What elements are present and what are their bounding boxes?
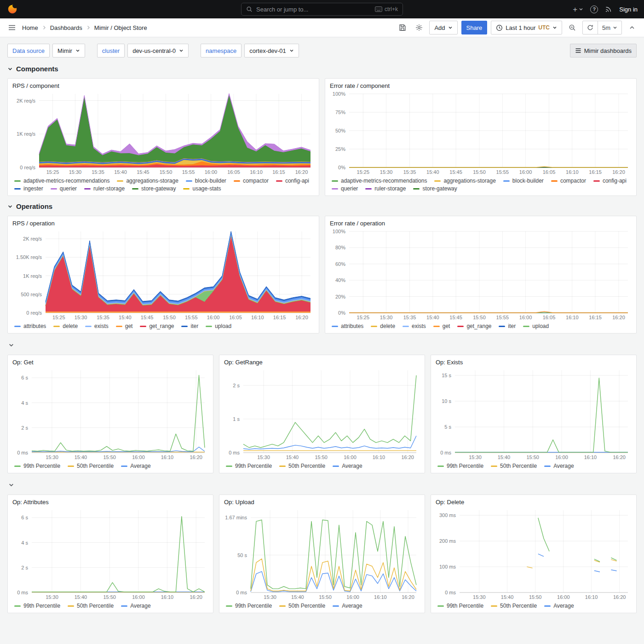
legend-item[interactable]: ruler-storage: [365, 185, 406, 192]
sign-in-link[interactable]: Sign in: [619, 6, 638, 13]
datasource-value-chip[interactable]: Mimir: [52, 44, 85, 58]
legend-item[interactable]: 99th Percentile: [14, 463, 60, 469]
op-attributes-chart[interactable]: 0 ms2 s4 s6 s15:3015:4015:5016:0016:1016…: [12, 506, 208, 601]
legend-item[interactable]: delete: [371, 323, 395, 329]
row-toggle-chevron[interactable]: [7, 480, 637, 490]
panel-title[interactable]: Error rate / component: [330, 82, 632, 89]
legend-item[interactable]: exists: [85, 323, 109, 329]
legend-item[interactable]: querier: [332, 185, 358, 192]
legend-item[interactable]: store-gateway: [413, 185, 457, 192]
legend-item[interactable]: Average: [544, 603, 574, 609]
panel-title[interactable]: Error rate / operation: [330, 220, 632, 227]
legend-item[interactable]: config-api: [593, 178, 627, 184]
op-get-chart[interactable]: 0 ms2 s4 s6 s15:3015:4015:5016:0016:1016…: [12, 367, 208, 461]
namespace-value-chip[interactable]: cortex-dev-01: [244, 44, 299, 58]
breadcrumb-item-current[interactable]: Mimir / Object Store: [94, 24, 147, 31]
grafana-logo[interactable]: [6, 3, 18, 15]
legend-item[interactable]: compactor: [551, 178, 586, 184]
legend-item[interactable]: querier: [51, 185, 77, 192]
namespace-label-chip[interactable]: namespace: [201, 44, 242, 58]
panel-title[interactable]: Op: GetRange: [224, 359, 420, 366]
legend-item[interactable]: exists: [402, 323, 426, 329]
legend-item[interactable]: 99th Percentile: [437, 603, 483, 609]
breadcrumb-item-dashboards[interactable]: Dashboards: [50, 24, 82, 31]
legend-item[interactable]: get_range: [140, 323, 174, 329]
legend-item[interactable]: get: [433, 323, 450, 329]
save-dashboard-button[interactable]: [396, 21, 409, 34]
cluster-value-chip[interactable]: dev-us-central-0: [127, 44, 189, 58]
legend-item[interactable]: 99th Percentile: [14, 603, 60, 609]
zoom-out-button[interactable]: [566, 21, 579, 34]
legend-item[interactable]: 50th Percentile: [279, 603, 325, 609]
legend-item[interactable]: upload: [523, 323, 549, 329]
panel-title[interactable]: RPS / component: [12, 82, 314, 89]
legend-item[interactable]: Average: [544, 463, 574, 469]
legend-item[interactable]: compactor: [234, 178, 269, 184]
op-getrange-chart[interactable]: 0 ms1 s2 s15:3015:4015:5016:0016:1016:20: [224, 367, 420, 461]
panel-title[interactable]: Op: Upload: [224, 499, 420, 506]
legend-item[interactable]: aggregations-storage: [434, 178, 495, 184]
legend-item[interactable]: store-gateway: [132, 185, 176, 192]
breadcrumb-item-home[interactable]: Home: [22, 24, 38, 31]
legend-item[interactable]: attributes: [14, 323, 46, 329]
legend-item[interactable]: 50th Percentile: [68, 603, 114, 609]
legend-item[interactable]: ruler-storage: [84, 185, 125, 192]
legend-item[interactable]: block-builder: [186, 178, 226, 184]
settings-button[interactable]: [413, 21, 426, 34]
legend-item[interactable]: 50th Percentile: [491, 603, 537, 609]
legend-item[interactable]: upload: [206, 323, 231, 329]
legend-item[interactable]: Average: [333, 463, 362, 469]
datasource-label-chip[interactable]: Data source: [7, 44, 50, 58]
panel-title[interactable]: Op: Exists: [436, 359, 632, 366]
legend-item[interactable]: ingester: [14, 185, 43, 192]
op-upload-chart[interactable]: 0 ms50 s1.67 mins15:3015:4015:5016:0016:…: [224, 506, 420, 601]
op-delete-chart[interactable]: 0 ms100 ms200 ms300 ms15:3015:4015:5016:…: [436, 506, 632, 601]
add-panel-button[interactable]: Add: [429, 21, 457, 34]
legend-item[interactable]: adaptive-metrics-recommendations: [332, 178, 427, 184]
time-range-picker[interactable]: Last 1 hour UTC: [491, 21, 562, 34]
legend-item[interactable]: Average: [121, 463, 150, 469]
legend-item[interactable]: aggregations-storage: [117, 178, 178, 184]
search-bar[interactable]: Search or jump to... ctrl+k: [241, 3, 403, 16]
section-header-components[interactable]: Components: [7, 65, 637, 73]
legend-item[interactable]: 50th Percentile: [491, 463, 537, 469]
row-toggle-chevron[interactable]: [7, 340, 637, 350]
panel-title[interactable]: Op: Delete: [436, 499, 632, 506]
legend-item[interactable]: usage-stats: [183, 185, 221, 192]
collapse-toolbar-button[interactable]: [626, 21, 638, 34]
rps-component-chart[interactable]: 0 req/s1K req/s2K req/s15:2515:3015:3515…: [12, 90, 314, 176]
error-rate-component-chart[interactable]: 0%25%50%75%100%15:2515:3015:3515:4015:45…: [330, 90, 632, 176]
legend-item[interactable]: iter: [181, 323, 198, 329]
legend-item[interactable]: 99th Percentile: [226, 463, 272, 469]
legend-item[interactable]: attributes: [332, 323, 363, 329]
refresh-button[interactable]: [583, 21, 598, 34]
legend-item[interactable]: iter: [499, 323, 516, 329]
menu-toggle-button[interactable]: [6, 21, 18, 34]
legend-item[interactable]: Average: [121, 603, 150, 609]
legend-item[interactable]: 50th Percentile: [68, 463, 114, 469]
panel-title[interactable]: RPS / operation: [12, 220, 314, 227]
legend-item[interactable]: block-builder: [503, 178, 544, 184]
op-exists-chart[interactable]: 0 ms5 s10 s15 s15:3015:4015:5016:0016:10…: [436, 367, 632, 461]
panel-title[interactable]: Op: Get: [12, 359, 208, 366]
section-header-operations[interactable]: Operations: [7, 202, 637, 210]
legend-item[interactable]: adaptive-metrics-recommendations: [14, 178, 109, 184]
mimir-dashboards-button[interactable]: Mimir dashboards: [570, 44, 637, 58]
legend-item[interactable]: get: [116, 323, 133, 329]
cluster-label-chip[interactable]: cluster: [97, 44, 125, 58]
rps-operation-chart[interactable]: 0 req/s500 req/s1K req/s1.50K req/s2K re…: [12, 228, 314, 321]
legend-item[interactable]: 99th Percentile: [437, 463, 483, 469]
legend-item[interactable]: Average: [333, 603, 362, 609]
help-button[interactable]: ?: [590, 6, 598, 13]
error-rate-operation-chart[interactable]: 0%20%40%60%80%100%15:2515:3015:3515:4015…: [330, 228, 632, 321]
panel-title[interactable]: Op: Attributes: [12, 499, 208, 506]
legend-item[interactable]: get_range: [457, 323, 491, 329]
refresh-interval-select[interactable]: 5m: [598, 21, 621, 34]
legend-item[interactable]: 99th Percentile: [226, 603, 272, 609]
news-button[interactable]: [605, 6, 612, 13]
legend-item[interactable]: delete: [53, 323, 78, 329]
create-menu-button[interactable]: +: [573, 6, 583, 13]
legend-item[interactable]: 50th Percentile: [279, 463, 325, 469]
legend-item[interactable]: config-api: [276, 178, 309, 184]
share-button[interactable]: Share: [461, 21, 488, 34]
